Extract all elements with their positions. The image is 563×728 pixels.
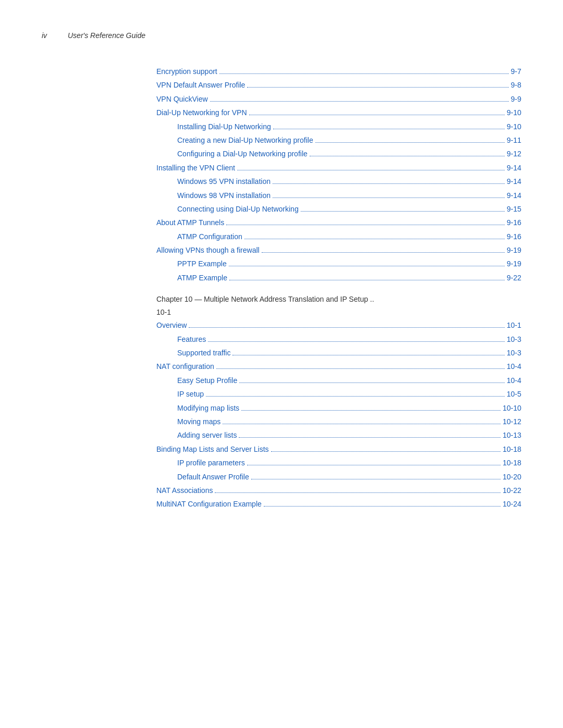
page: iv User's Reference Guide Encryption sup… [0, 0, 563, 728]
toc-dots [215, 492, 500, 493]
toc-dots [247, 465, 500, 465]
toc-link[interactable]: Features [177, 334, 206, 345]
toc-dots [229, 280, 505, 280]
toc-page: 10-1 [507, 319, 521, 331]
toc-link[interactable]: NAT Associations [156, 485, 213, 496]
toc-link[interactable]: Connecting using Dial-Up Networking [177, 203, 299, 215]
toc-item: About ATMP Tunnels9-16 [156, 217, 521, 228]
toc-container: Encryption support9-7VPN Default Answer … [156, 66, 521, 510]
toc-dots [310, 156, 505, 156]
toc-link[interactable]: Encryption support [156, 66, 217, 77]
toc-page: 10-24 [503, 498, 521, 510]
toc-item: Moving maps10-12 [177, 416, 521, 427]
toc-item: Easy Setup Profile10-4 [177, 375, 521, 386]
toc-link[interactable]: Binding Map Lists and Server Lists [156, 443, 269, 455]
toc-link[interactable]: Dial-Up Networking for VPN [156, 107, 247, 118]
toc-dots [271, 451, 501, 452]
toc-page: 9-8 [511, 79, 521, 91]
toc-link[interactable]: About ATMP Tunnels [156, 217, 224, 228]
toc-page: 9-7 [511, 66, 521, 77]
toc-link[interactable]: Creating a new Dial-Up Networking profil… [177, 134, 313, 146]
toc-page: 10-20 [503, 471, 521, 483]
toc-item: Connecting using Dial-Up Networking9-15 [177, 203, 521, 215]
toc-page: 9-10 [507, 107, 521, 118]
toc-dots [239, 437, 500, 438]
toc-link[interactable]: ATMP Example [177, 272, 227, 283]
toc-page: 9-16 [507, 231, 521, 242]
toc-item: Windows 95 VPN installation9-14 [177, 176, 521, 187]
toc-item: Encryption support9-7 [156, 66, 521, 77]
toc-dots [249, 115, 505, 115]
toc-page: 9-19 [507, 244, 521, 256]
toc-page: 10-18 [503, 443, 521, 455]
toc-link[interactable]: Windows 98 VPN installation [177, 190, 271, 201]
toc-item: Binding Map Lists and Server Lists10-18 [156, 443, 521, 455]
toc-link[interactable]: ATMP Configuration [177, 231, 242, 242]
toc-item: Creating a new Dial-Up Networking profil… [177, 134, 521, 146]
toc-item: Configuring a Dial-Up Networking profile… [177, 148, 521, 159]
toc-link[interactable]: Easy Setup Profile [177, 375, 237, 386]
chapter-subnum: 10-1 [156, 308, 521, 316]
toc-dots [229, 266, 505, 266]
toc-page: 10-3 [507, 334, 521, 345]
toc-item: VPN QuickView9-9 [156, 93, 521, 105]
toc-link[interactable]: Modifying map lists [177, 402, 239, 414]
toc-page: 10-18 [503, 457, 521, 468]
chapter-heading: Chapter 10 — Multiple Network Address Tr… [156, 294, 521, 305]
toc-page: 10-4 [507, 375, 521, 386]
toc-dots [223, 424, 500, 424]
toc-link[interactable]: Adding server lists [177, 429, 237, 441]
toc-link[interactable]: VPN Default Answer Profile [156, 79, 245, 91]
toc-item: Adding server lists10-13 [177, 429, 521, 441]
toc-page: 10-12 [503, 416, 521, 427]
page-number: iv [42, 31, 57, 40]
toc-page: 10-13 [503, 429, 521, 441]
toc-page: 9-16 [507, 217, 521, 228]
toc-dots [189, 327, 505, 328]
toc-dots [210, 101, 509, 102]
toc-link[interactable]: MultiNAT Configuration Example [156, 498, 262, 510]
toc-link[interactable]: Installing Dial-Up Networking [177, 121, 271, 132]
toc-page: 10-22 [503, 485, 521, 496]
toc-item: Installing Dial-Up Networking9-10 [177, 121, 521, 132]
toc-item: Dial-Up Networking for VPN9-10 [156, 107, 521, 118]
toc-page: 9-14 [507, 162, 521, 174]
toc-item: NAT Associations10-22 [156, 485, 521, 496]
toc-item: NAT configuration10-4 [156, 361, 521, 372]
toc-link[interactable]: Installing the VPN Client [156, 162, 235, 174]
toc-dots [301, 211, 505, 212]
toc-link[interactable]: IP setup [177, 388, 204, 400]
toc-dots [273, 198, 505, 198]
toc-page: 9-19 [507, 258, 521, 269]
toc-link[interactable]: Default Answer Profile [177, 471, 249, 483]
toc-link[interactable]: Allowing VPNs though a firewall [156, 244, 260, 256]
toc-page: 9-11 [507, 134, 521, 146]
toc-dots [273, 183, 505, 184]
toc-page: 9-14 [507, 190, 521, 201]
toc-link[interactable]: PPTP Example [177, 258, 227, 269]
toc-item: Overview10-1 [156, 319, 521, 331]
toc-dots [239, 382, 505, 383]
toc-link[interactable]: VPN QuickView [156, 93, 208, 105]
toc-link[interactable]: Moving maps [177, 416, 221, 427]
toc-dots [208, 341, 505, 342]
page-header: iv User's Reference Guide [42, 31, 521, 40]
toc-link[interactable]: IP profile parameters [177, 457, 245, 468]
toc-dots [241, 410, 500, 411]
toc-page: 9-14 [507, 176, 521, 187]
toc-link[interactable]: Configuring a Dial-Up Networking profile [177, 148, 308, 159]
toc-dots [232, 355, 504, 355]
toc-dots [237, 170, 505, 170]
toc-dots [206, 396, 505, 397]
toc-link[interactable]: NAT configuration [156, 361, 214, 372]
toc-link[interactable]: Overview [156, 319, 187, 331]
toc-link[interactable]: Supported traffic [177, 347, 230, 359]
toc-item: IP setup10-5 [177, 388, 521, 400]
toc-dots [244, 239, 505, 239]
toc-dots [247, 87, 508, 88]
toc-dots [226, 225, 505, 225]
toc-item: ATMP Configuration9-16 [177, 231, 521, 242]
toc-page: 9-10 [507, 121, 521, 132]
toc-item: Allowing VPNs though a firewall9-19 [156, 244, 521, 256]
toc-link[interactable]: Windows 95 VPN installation [177, 176, 271, 187]
